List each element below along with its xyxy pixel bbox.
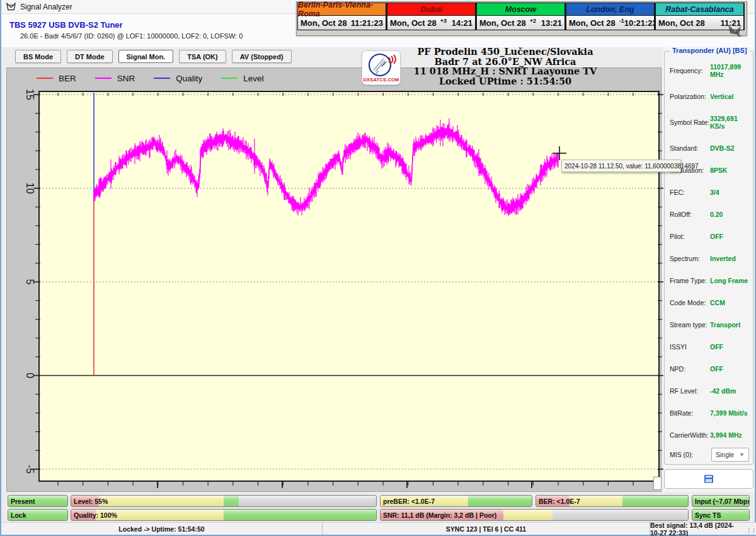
transponder-row: NPD:OFF (670, 365, 749, 373)
status-best-signal-text: Best signal: 13,4 dB (2024-10-27 22:33) (650, 521, 738, 536)
transponder-label: RF Level: (670, 387, 710, 395)
clock-utc-offset: +3 (440, 18, 447, 24)
meter-label: Level: 55% (74, 498, 108, 505)
status-sync: SYNC 123 | TEI 6 | CC 411 (323, 523, 650, 535)
clock-time: 11:21:23 (351, 18, 383, 28)
transponder-value: OFF (710, 233, 723, 240)
clock-time-cell: Mon, Oct 28+314:21 (387, 15, 476, 30)
mode-button-bs-mode[interactable]: BS Mode (15, 50, 61, 63)
world-clock-widget[interactable]: Berlin-Paris-Vienna-RomaMon, Oct 2811:21… (296, 1, 747, 36)
transponder-value: 7,399 Mbit/s (710, 409, 748, 417)
transponder-value: 8PSK (710, 166, 727, 174)
transponder-title: Transponder (AU) [BS] (670, 47, 750, 54)
clock-time: 10:21:23 (624, 18, 657, 28)
clock-city: Berlin-Paris-Vienna-Roma (297, 3, 386, 15)
transponder-label: Stream type: (670, 321, 710, 329)
meter-label: SNR: 11,1 dB (Margin: 3,2 dB | Poor) (383, 511, 496, 519)
transponder-label: CarrierWidth: (670, 431, 710, 439)
transponder-row: Stream type:Transport (670, 321, 749, 329)
transponder-row: Standard:DVB-S2 (670, 144, 749, 152)
clock-column: DubaiMon, Oct 28+314:21 (387, 3, 476, 30)
meter-label: Lock (11, 511, 26, 519)
status-sync-text: SYNC 123 | TEI 6 | CC 411 (446, 525, 526, 533)
save-button[interactable] (664, 469, 753, 489)
header-line-1: PF Prodelin 450_Lučenec/Slovakia (392, 47, 619, 57)
clock-date: Mon, Oct 28 (301, 18, 347, 28)
dxsatcs-logo-text: DXSATCS.COM (362, 77, 400, 83)
transponder-value: OFF (710, 365, 723, 373)
clock-date: Mon, Oct 28 (658, 18, 705, 28)
chart-tooltip: 2024-10-28 11.12.50, value: 11,600000381… (561, 160, 681, 172)
clock-column: MoscowMon, Oct 28+213:21 (476, 3, 566, 30)
transponder-row: Frame Type:Long Frame (670, 277, 749, 284)
satellite-dish-icon: dx (726, 23, 743, 38)
clock-city: London, Eng (566, 3, 655, 15)
transponder-label: Polarization: (670, 93, 710, 100)
mode-button-tsa-ok-[interactable]: TSA (OK) (179, 50, 226, 63)
chart-region: BERSNRQualityLevel (6, 67, 662, 492)
transponder-value: Transport (710, 321, 740, 329)
clock-time-cell: Mon, Oct 28+213:21 (476, 15, 565, 30)
transponder-row: RF Level:-42 dBm (670, 387, 749, 395)
status-uptime-text: Locked -> Uptime: 51:54:50 (118, 525, 204, 533)
mis-dropdown[interactable]: Single ▼ (711, 448, 749, 462)
transponder-value: Inverted (710, 255, 736, 262)
chart-corner-box (653, 477, 662, 490)
transponder-row: Symbol Rate:3329,691 KS/s (670, 115, 749, 130)
legend-label: Quality (176, 74, 202, 83)
transponder-row: Polarization:Vertical (670, 93, 749, 100)
legend-item-snr: SNR (95, 74, 135, 83)
clock-city: Rabat-Casablanca (655, 3, 744, 15)
transponder-label: NPD: (670, 365, 710, 373)
transponder-value: DVB-S2 (710, 144, 735, 152)
legend-swatch (95, 78, 112, 79)
transponder-rows: Frequency:11017,899 MHzPolarization:Vert… (670, 63, 749, 439)
transponder-row: Pilot:OFF (670, 233, 749, 240)
transponder-row: Code Mode:CCM (670, 299, 749, 306)
legend-swatch (37, 78, 53, 79)
mode-button-dt-mode[interactable]: DT Mode (67, 50, 112, 63)
clock-time: 14:21 (452, 18, 472, 28)
clock-column: Berlin-Paris-Vienna-RomaMon, Oct 2811:21… (297, 3, 387, 30)
transponder-value: OFF (710, 343, 723, 351)
tuner-detail: 26.0E - Badr 4/5/6/7 (ID: 0260) @ LOF1: … (20, 32, 243, 40)
meter-quality: Quality: 100% (71, 509, 377, 521)
chevron-down-icon: ▼ (739, 452, 745, 458)
transponder-label: RollOff: (670, 211, 710, 218)
transponder-label: FEC: (670, 189, 710, 196)
transponder-row: FEC:3/4 (670, 189, 749, 196)
transponder-value: 0.20 (710, 211, 723, 218)
app-window: Signal Analyzer TBS 5927 USB DVB-S2 Tune… (0, 0, 756, 536)
meter-label: Input (~7,07 Mbps) (695, 498, 750, 505)
window-title: Signal Analyzer (20, 3, 72, 11)
legend-label: SNR (117, 74, 135, 83)
chart-tooltip-text: 2024-10-28 11.12.50, value: 11,600000381… (564, 163, 699, 170)
transponder-label: ISSYI (670, 343, 710, 351)
tuner-name: TBS 5927 USB DVB-S2 Tuner (9, 20, 123, 30)
clock-time-cell: Mon, Oct 28-110:21:23 (566, 15, 655, 30)
meter-label: Sync TS (695, 511, 721, 519)
mode-button-signal-mon-[interactable]: Signal Mon. (118, 50, 174, 63)
clock-time-cell: Mon, Oct 2811:21:23 (297, 15, 386, 30)
mode-button-av-stopped-[interactable]: AV (Stopped) (232, 50, 292, 63)
transponder-label: Standard: (670, 144, 710, 152)
meter-ber: BER: <1.0E-7 (536, 495, 689, 507)
transponder-row: Frequency:11017,899 MHz (670, 63, 749, 78)
meter-label: Quality: 100% (74, 511, 117, 519)
legend-item-level: Level (221, 74, 263, 83)
transponder-label: Frame Type: (670, 277, 710, 284)
transponder-groupbox: Transponder (AU) [BS] Frequency:11017,89… (664, 51, 753, 465)
clock-date: Mon, Oct 28 (479, 18, 526, 28)
header-line-2: Badr 7 at 26.0°E_NW Africa (392, 57, 619, 67)
meter-label: BER: <1.0E-7 (539, 498, 580, 505)
meter-syncts: Sync TS (692, 509, 750, 521)
resize-grip[interactable]: ⋮⋮ (748, 523, 756, 535)
transponder-value: 3/4 (710, 189, 719, 196)
transponder-label: BitRate: (670, 409, 710, 417)
transponder-row: RollOff:0.20 (670, 211, 749, 218)
clock-utc-offset: -1 (619, 18, 624, 24)
dxsatcs-logo: DXSATCS.COM (362, 50, 401, 85)
transponder-value: -42 dBm (710, 387, 736, 395)
legend-label: BER (59, 74, 76, 83)
meter-preber: preBER: <1.0E-7 (380, 495, 532, 507)
